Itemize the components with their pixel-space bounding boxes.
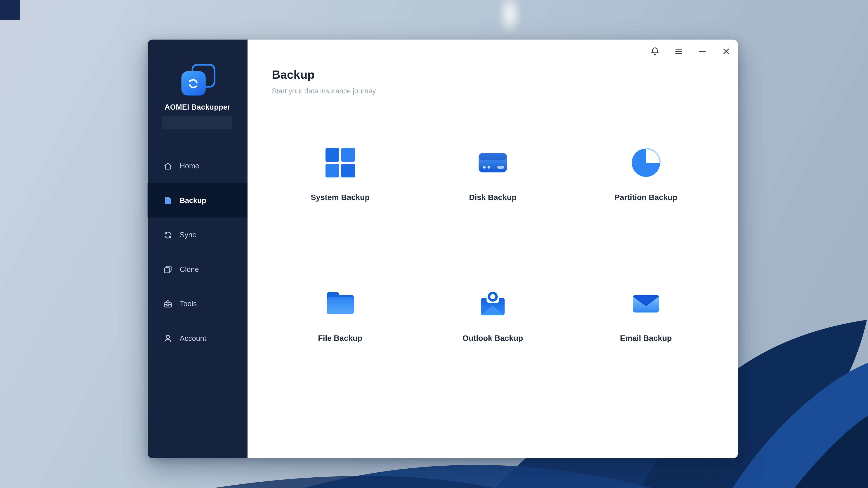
close-button[interactable] bbox=[721, 46, 731, 57]
close-icon bbox=[721, 46, 731, 57]
sidebar-item-label: Sync bbox=[180, 231, 196, 239]
tile-partition-backup[interactable]: Partition Backup bbox=[569, 147, 722, 202]
email-backup-icon bbox=[630, 288, 662, 319]
clone-icon bbox=[163, 264, 173, 274]
tile-file-backup[interactable]: File Backup bbox=[264, 288, 416, 343]
sidebar-item-clone[interactable]: Clone bbox=[148, 252, 248, 286]
minimize-icon bbox=[698, 46, 708, 57]
sidebar-item-label: Backup bbox=[180, 196, 206, 205]
account-icon bbox=[163, 333, 173, 343]
tile-label: Partition Backup bbox=[569, 193, 722, 202]
sidebar-item-sync[interactable]: Sync bbox=[148, 218, 248, 252]
tile-label: System Backup bbox=[264, 193, 416, 202]
sidebar-item-label: Account bbox=[180, 334, 206, 343]
sidebar-item-home[interactable]: Home bbox=[148, 149, 248, 183]
page-subtitle: Start your data insurance journey bbox=[272, 87, 376, 95]
notifications-button[interactable] bbox=[650, 46, 660, 57]
wallpaper-light-streak bbox=[487, 0, 532, 43]
app-logo bbox=[148, 64, 248, 97]
main-panel: Backup Start your data insurance journey… bbox=[248, 39, 738, 458]
sidebar-logo-glow bbox=[162, 116, 232, 129]
page-title: Backup bbox=[272, 68, 315, 81]
tools-icon bbox=[163, 299, 173, 309]
minimize-button[interactable] bbox=[698, 46, 708, 57]
hamburger-icon bbox=[674, 46, 684, 57]
partition-backup-icon bbox=[630, 147, 662, 179]
backup-icon bbox=[163, 195, 173, 206]
tile-label: Email Backup bbox=[569, 333, 722, 342]
sidebar: AOMEI Backupper Home bbox=[148, 39, 248, 458]
sync-icon bbox=[163, 230, 173, 240]
sidebar-nav: Home Backup bbox=[148, 149, 248, 356]
tile-label: Disk Backup bbox=[416, 193, 569, 202]
desktop-corner-accent bbox=[0, 0, 20, 20]
window-controls bbox=[650, 46, 731, 57]
system-backup-icon bbox=[324, 147, 356, 179]
outlook-backup-icon bbox=[477, 288, 508, 319]
sidebar-item-backup[interactable]: Backup bbox=[148, 183, 248, 218]
menu-button[interactable] bbox=[674, 46, 684, 57]
home-icon bbox=[163, 161, 173, 171]
tile-label: File Backup bbox=[264, 333, 416, 342]
desktop: AOMEI Backupper Home bbox=[0, 0, 868, 488]
sidebar-item-tools[interactable]: Tools bbox=[148, 286, 248, 321]
file-backup-icon bbox=[324, 288, 356, 319]
bell-icon bbox=[650, 46, 660, 57]
disk-backup-icon bbox=[477, 147, 508, 179]
tile-outlook-backup[interactable]: Outlook Backup bbox=[416, 288, 569, 343]
tile-label: Outlook Backup bbox=[416, 333, 569, 342]
sidebar-item-label: Tools bbox=[180, 300, 197, 308]
sidebar-item-label: Clone bbox=[180, 265, 199, 274]
logo-sync-icon bbox=[181, 71, 206, 96]
tile-system-backup[interactable]: System Backup bbox=[264, 147, 416, 202]
app-title: AOMEI Backupper bbox=[148, 103, 248, 112]
tile-email-backup[interactable]: Email Backup bbox=[569, 288, 722, 343]
tile-disk-backup[interactable]: Disk Backup bbox=[416, 147, 569, 202]
sidebar-item-account[interactable]: Account bbox=[148, 321, 248, 356]
sidebar-item-label: Home bbox=[180, 162, 199, 170]
app-window: AOMEI Backupper Home bbox=[148, 39, 738, 458]
